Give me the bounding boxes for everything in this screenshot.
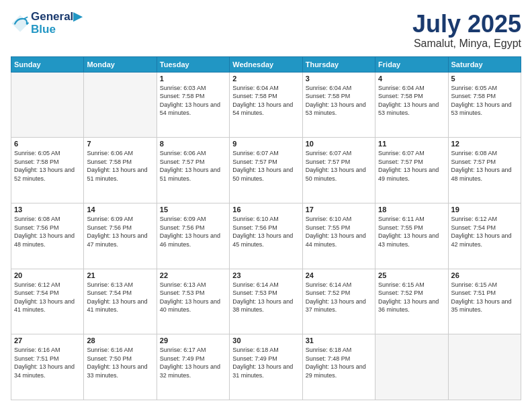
day-info: Sunrise: 6:06 AMSunset: 7:58 PMDaylight:… (87, 149, 153, 183)
day-number: 13 (14, 205, 81, 214)
day-number: 17 (306, 205, 372, 214)
day-info: Sunrise: 6:16 AMSunset: 7:51 PMDaylight:… (14, 346, 81, 379)
calendar-week-row: 27Sunrise: 6:16 AMSunset: 7:51 PMDayligh… (11, 334, 521, 400)
calendar-cell: 4Sunrise: 6:04 AMSunset: 7:58 PMDaylight… (375, 72, 448, 138)
title-area: July 2025 Samalut, Minya, Egypt (412, 11, 521, 50)
day-info: Sunrise: 6:14 AMSunset: 7:53 PMDaylight:… (232, 281, 299, 314)
day-info: Sunrise: 6:18 AMSunset: 7:49 PMDaylight:… (232, 346, 299, 379)
day-info: Sunrise: 6:09 AMSunset: 7:56 PMDaylight:… (160, 215, 226, 248)
calendar-week-row: 1Sunrise: 6:03 AMSunset: 7:58 PMDaylight… (11, 72, 521, 138)
day-info: Sunrise: 6:03 AMSunset: 7:58 PMDaylight:… (160, 84, 226, 118)
calendar-cell: 11Sunrise: 6:07 AMSunset: 7:57 PMDayligh… (375, 138, 448, 203)
day-number: 29 (160, 336, 226, 345)
day-info: Sunrise: 6:04 AMSunset: 7:58 PMDaylight:… (232, 84, 299, 118)
day-info: Sunrise: 6:04 AMSunset: 7:58 PMDaylight:… (306, 84, 372, 118)
day-number: 15 (160, 205, 226, 214)
page: General▶ Blue July 2025 Samalut, Minya, … (0, 0, 532, 411)
weekday-header-wednesday: Wednesday (230, 56, 302, 72)
day-info: Sunrise: 6:15 AMSunset: 7:52 PMDaylight:… (378, 281, 445, 314)
calendar-cell: 9Sunrise: 6:07 AMSunset: 7:57 PMDaylight… (230, 138, 302, 203)
weekday-header-thursday: Thursday (302, 56, 375, 72)
header: General▶ Blue July 2025 Samalut, Minya, … (11, 11, 521, 50)
day-number: 8 (160, 140, 226, 148)
calendar-week-row: 13Sunrise: 6:08 AMSunset: 7:56 PMDayligh… (11, 203, 521, 269)
day-info: Sunrise: 6:07 AMSunset: 7:57 PMDaylight:… (378, 149, 445, 183)
day-info: Sunrise: 6:08 AMSunset: 7:56 PMDaylight:… (14, 215, 81, 248)
day-number: 6 (14, 140, 81, 148)
weekday-header-tuesday: Tuesday (157, 56, 229, 72)
calendar-cell: 18Sunrise: 6:11 AMSunset: 7:55 PMDayligh… (375, 203, 448, 269)
calendar-cell: 3Sunrise: 6:04 AMSunset: 7:58 PMDaylight… (302, 72, 375, 138)
calendar-cell: 7Sunrise: 6:06 AMSunset: 7:58 PMDaylight… (84, 138, 157, 203)
calendar-week-row: 20Sunrise: 6:12 AMSunset: 7:54 PMDayligh… (11, 269, 521, 334)
day-number: 14 (87, 205, 153, 214)
location-title: Samalut, Minya, Egypt (412, 38, 521, 50)
weekday-header-row: SundayMondayTuesdayWednesdayThursdayFrid… (11, 56, 521, 72)
calendar-cell (448, 334, 521, 400)
calendar-cell (375, 334, 448, 400)
calendar-cell: 29Sunrise: 6:17 AMSunset: 7:49 PMDayligh… (157, 334, 229, 400)
day-number: 20 (14, 271, 81, 279)
day-number: 4 (378, 75, 445, 83)
day-info: Sunrise: 6:14 AMSunset: 7:52 PMDaylight:… (306, 281, 372, 314)
calendar-cell: 10Sunrise: 6:07 AMSunset: 7:57 PMDayligh… (302, 138, 375, 203)
calendar-cell: 21Sunrise: 6:13 AMSunset: 7:54 PMDayligh… (84, 269, 157, 334)
day-number: 12 (451, 140, 518, 148)
day-info: Sunrise: 6:12 AMSunset: 7:54 PMDaylight:… (14, 281, 81, 314)
day-info: Sunrise: 6:10 AMSunset: 7:56 PMDaylight:… (232, 215, 299, 248)
day-info: Sunrise: 6:13 AMSunset: 7:54 PMDaylight:… (87, 281, 153, 314)
calendar-cell: 2Sunrise: 6:04 AMSunset: 7:58 PMDaylight… (230, 72, 302, 138)
calendar-cell: 24Sunrise: 6:14 AMSunset: 7:52 PMDayligh… (302, 269, 375, 334)
logo-text: General▶ Blue (31, 11, 82, 36)
calendar-cell: 30Sunrise: 6:18 AMSunset: 7:49 PMDayligh… (230, 334, 302, 400)
day-number: 30 (232, 336, 299, 345)
calendar-cell (84, 72, 157, 138)
day-number: 23 (232, 271, 299, 279)
calendar-cell: 15Sunrise: 6:09 AMSunset: 7:56 PMDayligh… (157, 203, 229, 269)
day-info: Sunrise: 6:05 AMSunset: 7:58 PMDaylight:… (14, 149, 81, 183)
calendar-cell: 23Sunrise: 6:14 AMSunset: 7:53 PMDayligh… (230, 269, 302, 334)
day-number: 22 (160, 271, 226, 279)
day-info: Sunrise: 6:05 AMSunset: 7:58 PMDaylight:… (451, 84, 518, 118)
day-number: 3 (306, 75, 372, 83)
calendar-cell: 1Sunrise: 6:03 AMSunset: 7:58 PMDaylight… (157, 72, 229, 138)
calendar-cell: 27Sunrise: 6:16 AMSunset: 7:51 PMDayligh… (11, 334, 84, 400)
weekday-header-sunday: Sunday (11, 56, 84, 72)
day-number: 28 (87, 336, 153, 345)
day-info: Sunrise: 6:09 AMSunset: 7:56 PMDaylight:… (87, 215, 153, 248)
day-number: 5 (451, 75, 518, 83)
day-info: Sunrise: 6:11 AMSunset: 7:55 PMDaylight:… (378, 215, 445, 248)
calendar-table: SundayMondayTuesdayWednesdayThursdayFrid… (11, 56, 521, 400)
day-info: Sunrise: 6:18 AMSunset: 7:48 PMDaylight:… (306, 346, 372, 379)
weekday-header-monday: Monday (84, 56, 157, 72)
day-info: Sunrise: 6:10 AMSunset: 7:55 PMDaylight:… (306, 215, 372, 248)
calendar-week-row: 6Sunrise: 6:05 AMSunset: 7:58 PMDaylight… (11, 138, 521, 203)
month-title: July 2025 (412, 11, 521, 38)
day-number: 18 (378, 205, 445, 214)
day-number: 10 (306, 140, 372, 148)
day-number: 16 (232, 205, 299, 214)
day-info: Sunrise: 6:15 AMSunset: 7:51 PMDaylight:… (451, 281, 518, 314)
calendar-cell: 12Sunrise: 6:08 AMSunset: 7:57 PMDayligh… (448, 138, 521, 203)
day-number: 11 (378, 140, 445, 148)
day-number: 24 (306, 271, 372, 279)
day-number: 25 (378, 271, 445, 279)
calendar-cell: 26Sunrise: 6:15 AMSunset: 7:51 PMDayligh… (448, 269, 521, 334)
day-info: Sunrise: 6:07 AMSunset: 7:57 PMDaylight:… (306, 149, 372, 183)
calendar-cell: 22Sunrise: 6:13 AMSunset: 7:53 PMDayligh… (157, 269, 229, 334)
calendar-cell: 25Sunrise: 6:15 AMSunset: 7:52 PMDayligh… (375, 269, 448, 334)
calendar-cell: 16Sunrise: 6:10 AMSunset: 7:56 PMDayligh… (230, 203, 302, 269)
calendar-cell (11, 72, 84, 138)
day-number: 27 (14, 336, 81, 345)
day-info: Sunrise: 6:08 AMSunset: 7:57 PMDaylight:… (451, 149, 518, 183)
calendar-cell: 28Sunrise: 6:16 AMSunset: 7:50 PMDayligh… (84, 334, 157, 400)
day-info: Sunrise: 6:06 AMSunset: 7:57 PMDaylight:… (160, 149, 226, 183)
day-number: 1 (160, 75, 226, 83)
logo-icon (11, 14, 30, 33)
calendar-cell: 20Sunrise: 6:12 AMSunset: 7:54 PMDayligh… (11, 269, 84, 334)
day-number: 21 (87, 271, 153, 279)
weekday-header-saturday: Saturday (448, 56, 521, 72)
calendar-cell: 5Sunrise: 6:05 AMSunset: 7:58 PMDaylight… (448, 72, 521, 138)
calendar-cell: 13Sunrise: 6:08 AMSunset: 7:56 PMDayligh… (11, 203, 84, 269)
calendar-cell: 8Sunrise: 6:06 AMSunset: 7:57 PMDaylight… (157, 138, 229, 203)
